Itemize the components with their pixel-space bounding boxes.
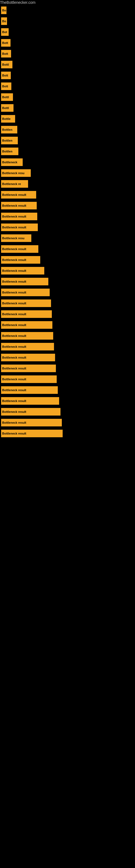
bar-label-1: Bo <box>2 20 6 23</box>
bar-label-31: Bottleneck result <box>2 345 26 348</box>
bar-row: Bottlen <box>0 124 135 135</box>
bar-37: Bottleneck result <box>1 408 60 415</box>
bar-0: Bo <box>1 6 6 14</box>
bar-row: Bottleneck result <box>0 374 135 384</box>
bar-label-37: Bottleneck result <box>2 410 26 413</box>
bar-label-11: Bottlen <box>2 128 12 131</box>
bar-label-0: Bo <box>2 9 6 12</box>
bar-13: Bottlen <box>1 148 18 155</box>
bar-label-16: Bottleneck re <box>2 182 21 186</box>
bar-20: Bottleneck result <box>1 223 38 231</box>
bar-label-33: Bottleneck result <box>2 367 26 370</box>
bar-label-35: Bottleneck result <box>2 389 26 392</box>
bar-row: Bottleneck result <box>0 189 135 200</box>
bar-24: Bottleneck result <box>1 267 44 275</box>
bar-7: Bott <box>1 83 11 90</box>
bar-row: Bottleneck result <box>0 211 135 222</box>
bar-4: Bott <box>1 50 11 58</box>
bar-row: Bottleneck re <box>0 179 135 189</box>
bar-row: Bottleneck resu <box>0 233 135 244</box>
bar-34: Bottleneck result <box>1 375 57 383</box>
bar-33: Bottleneck result <box>1 365 56 372</box>
bar-16: Bottleneck re <box>1 180 28 188</box>
bar-row: Bottleneck result <box>0 363 135 374</box>
bar-label-8: Bottl <box>2 95 9 99</box>
bar-28: Bottleneck result <box>1 310 52 318</box>
bar-label-3: Bott <box>2 41 8 44</box>
bar-1: Bo <box>1 18 7 25</box>
bar-30: Bottleneck result <box>1 332 53 340</box>
bar-label-34: Bottleneck result <box>2 378 26 381</box>
bar-row: Bottleneck <box>0 157 135 167</box>
bar-label-17: Bottleneck result <box>2 193 26 196</box>
bar-label-7: Bott <box>2 85 8 88</box>
bar-label-4: Bott <box>2 52 8 55</box>
bar-row: Bottleneck result <box>0 417 135 428</box>
bar-label-30: Bottleneck result <box>2 334 26 337</box>
bar-label-18: Bottleneck result <box>2 204 26 207</box>
bar-row: Bottleneck result <box>0 200 135 211</box>
bar-3: Bott <box>1 39 10 46</box>
bar-6: Bott <box>1 72 11 79</box>
bar-label-27: Bottleneck result <box>2 302 26 305</box>
bar-label-28: Bottleneck result <box>2 312 26 316</box>
bar-26: Bottleneck result <box>1 289 50 296</box>
bar-36: Bottleneck result <box>1 397 59 405</box>
bar-31: Bottleneck result <box>1 343 54 350</box>
bar-15: Bottleneck resu <box>1 169 31 177</box>
bar-14: Bottleneck <box>1 158 23 166</box>
bar-27: Bottleneck result <box>1 300 51 307</box>
bar-2: Bot <box>1 28 9 36</box>
bar-row: Bo <box>0 5 135 16</box>
bar-row: Bottleneck result <box>0 384 135 396</box>
bar-17: Bottleneck result <box>1 191 36 198</box>
bar-row: Bottl <box>0 102 135 113</box>
bar-row: Bottlen <box>0 135 135 146</box>
bar-row: Bott <box>0 70 135 81</box>
bar-label-22: Bottleneck result <box>2 247 26 251</box>
bar-label-13: Bottlen <box>2 150 12 153</box>
bar-row: Bottleneck result <box>0 244 135 254</box>
bar-label-25: Bottleneck result <box>2 280 26 283</box>
bar-label-9: Bottl <box>2 106 9 110</box>
bar-18: Bottleneck result <box>1 202 37 209</box>
bar-row: Bottlen <box>0 146 135 157</box>
bar-row: Bottleneck result <box>0 352 135 363</box>
bar-label-15: Bottleneck resu <box>2 172 25 175</box>
bar-label-23: Bottleneck result <box>2 258 26 261</box>
bar-29: Bottleneck result <box>1 321 52 329</box>
bar-label-10: Bottle <box>2 117 10 120</box>
bar-32: Bottleneck result <box>1 354 55 361</box>
bar-row: Bottl <box>0 59 135 70</box>
bar-39: Bottleneck result <box>1 430 63 437</box>
bar-row: Bottl <box>0 92 135 102</box>
bar-label-6: Bott <box>2 74 8 77</box>
bar-label-29: Bottleneck result <box>2 323 26 327</box>
bar-row: Bottleneck resu <box>0 167 135 179</box>
bar-19: Bottleneck result <box>1 213 37 220</box>
bar-row: Bott <box>0 81 135 92</box>
bar-label-12: Bottlen <box>2 139 12 142</box>
bar-row: Bottleneck result <box>0 276 135 287</box>
bar-5: Bottl <box>1 61 12 68</box>
bar-label-20: Bottleneck result <box>2 226 26 229</box>
bar-38: Bottleneck result <box>1 419 62 426</box>
bar-label-5: Bottl <box>2 63 9 66</box>
bar-label-24: Bottleneck result <box>2 269 26 272</box>
bar-10: Bottle <box>1 115 15 123</box>
bars-container: BoBoBotBottBottBottlBottBottBottlBottlBo… <box>0 5 135 439</box>
bar-35: Bottleneck result <box>1 386 58 394</box>
bar-row: Bott <box>0 48 135 59</box>
bar-row: Bottleneck result <box>0 341 135 352</box>
bar-row: Bottleneck result <box>0 406 135 417</box>
bar-row: Bottleneck result <box>0 396 135 406</box>
bar-row: Bottleneck result <box>0 309 135 319</box>
bar-label-26: Bottleneck result <box>2 291 26 294</box>
bar-label-21: Bottleneck resu <box>2 237 25 240</box>
bar-label-38: Bottleneck result <box>2 421 26 424</box>
bar-21: Bottleneck resu <box>1 235 31 242</box>
bar-row: Bottle <box>0 113 135 124</box>
bar-label-19: Bottleneck result <box>2 215 26 218</box>
bar-25: Bottleneck result <box>1 278 48 285</box>
bar-label-14: Bottleneck <box>2 161 17 164</box>
